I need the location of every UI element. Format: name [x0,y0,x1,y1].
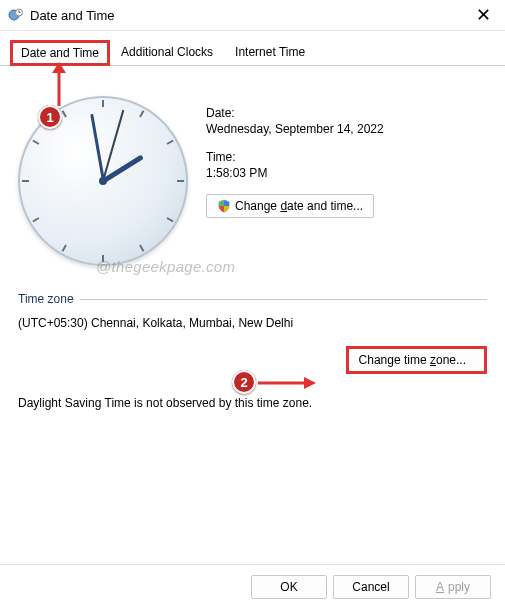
tab-bar: Date and Time Additional Clocks Internet… [0,31,505,66]
timezone-value: (UTC+05:30) Chennai, Kolkata, Mumbai, Ne… [18,316,487,330]
close-icon[interactable]: ✕ [472,6,495,24]
cancel-button[interactable]: Cancel [333,575,409,599]
titlebar: Date and Time ✕ [0,0,505,31]
change-date-time-button[interactable]: Change date and time... [206,194,374,218]
time-label: Time: [206,150,487,164]
analog-clock [18,96,188,266]
change-timezone-button[interactable]: Change time zone... [346,346,487,374]
change-timezone-label: Change time zone... [359,353,466,367]
change-date-time-label: Change date and time... [235,199,363,213]
time-value: 1:58:03 PM [206,166,487,180]
window-title: Date and Time [30,8,472,23]
tab-internet-time[interactable]: Internet Time [224,40,316,66]
divider [80,299,487,300]
tab-additional-clocks[interactable]: Additional Clocks [110,40,224,66]
apply-button[interactable]: Apply [415,575,491,599]
clock-globe-icon [8,7,24,23]
timezone-section-label: Time zone [18,292,74,306]
tab-date-and-time[interactable]: Date and Time [10,40,110,66]
dst-note: Daylight Saving Time is not observed by … [18,396,487,410]
date-value: Wednesday, September 14, 2022 [206,122,487,136]
tab-content: Date: Wednesday, September 14, 2022 Time… [0,66,505,442]
ok-button[interactable]: OK [251,575,327,599]
timezone-section-header: Time zone [18,292,487,306]
shield-icon [217,199,231,213]
date-label: Date: [206,106,487,120]
dialog-footer: OK Cancel Apply [0,564,505,609]
